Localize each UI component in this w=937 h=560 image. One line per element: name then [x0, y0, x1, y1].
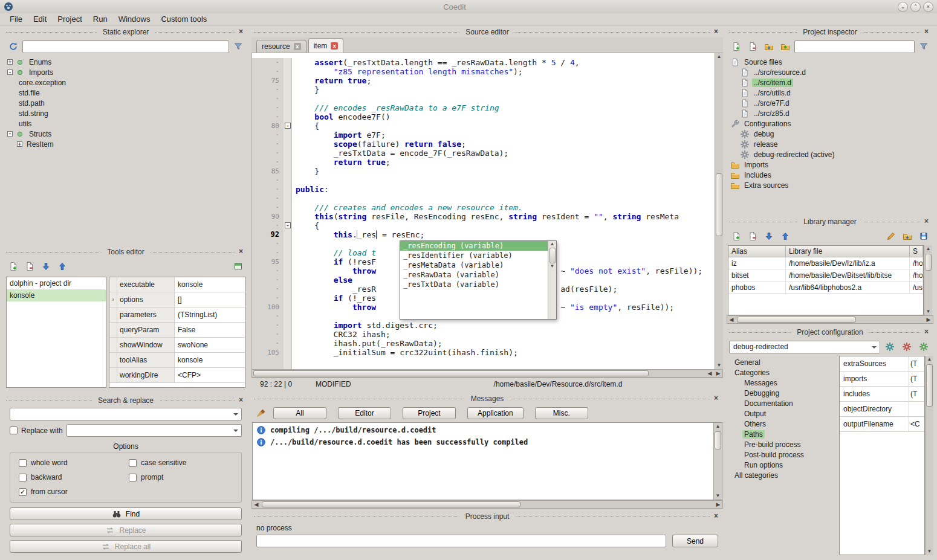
messages-vertical-scrollbar[interactable]: ▲ ▼	[713, 423, 722, 500]
tree-item-enums[interactable]: +Enums	[5, 57, 247, 67]
property-value[interactable]: swoNone	[175, 338, 245, 352]
menu-run[interactable]: Run	[88, 14, 112, 24]
editor-horizontal-scrollbar[interactable]: ◀ ▶	[251, 369, 723, 378]
scroll-right-icon[interactable]: ▶	[714, 370, 722, 376]
tab-close-icon[interactable]: x	[294, 43, 301, 50]
move-tool-down-button[interactable]	[39, 259, 53, 274]
close-icon[interactable]: ×	[922, 217, 931, 226]
code-text[interactable]: }	[292, 85, 715, 94]
close-window-button[interactable]: ×	[923, 2, 933, 12]
clear-messages-button[interactable]	[254, 406, 268, 420]
scroll-down-icon[interactable]: ▼	[717, 362, 722, 369]
fold-collapse-icon[interactable]: -	[285, 222, 291, 228]
property-row-parameters[interactable]: parameters(TStringList)	[109, 307, 245, 323]
property-row-queryparam[interactable]: queryParamFalse	[109, 323, 245, 338]
add-folder-button[interactable]	[762, 39, 776, 54]
code-text[interactable]: this._res = resEnc;	[292, 230, 715, 239]
code-text[interactable]: /// creates and encodes a new resource i…	[292, 203, 715, 212]
scroll-right-icon[interactable]: ▶	[924, 317, 933, 323]
tree-item-debug[interactable]: debug	[728, 129, 932, 139]
tree-item-imports[interactable]: -Imports	[5, 67, 247, 77]
property-value[interactable]: (T	[909, 356, 924, 371]
property-row-workingdire[interactable]: workingDire<CFP>	[109, 368, 245, 383]
scrollbar-thumb[interactable]	[262, 501, 520, 507]
fold-collapse-icon[interactable]: -	[285, 123, 291, 129]
config-property-row-extrasources[interactable]: extraSources(T	[840, 356, 924, 372]
code-text[interactable]	[292, 176, 715, 185]
scroll-up-icon[interactable]: ▲	[716, 423, 721, 430]
replace-all-button[interactable]: Replace all	[10, 540, 242, 553]
editor-vertical-scrollbar[interactable]: ▲ ▼	[715, 53, 723, 369]
tree-item-paths[interactable]: Paths	[730, 429, 839, 439]
property-value[interactable]: (TStringList)	[175, 307, 245, 322]
config-property-row-objectdirectory[interactable]: objectDirectory	[840, 402, 924, 417]
configuration-combobox[interactable]: debug-redirected	[729, 341, 880, 353]
column-header-file[interactable]: Library file	[786, 246, 910, 257]
option-backward[interactable]: backward	[19, 473, 123, 481]
project-filter-input[interactable]	[794, 40, 915, 53]
scrollbar-thumb[interactable]	[550, 248, 556, 263]
symbol-search-input[interactable]	[22, 40, 229, 53]
tree-item-post-build-process[interactable]: Post-build process	[730, 449, 839, 460]
tree-item-output[interactable]: Output	[730, 408, 839, 419]
scroll-left-icon[interactable]: ◀	[727, 317, 736, 323]
scroll-left-icon[interactable]: ◀	[705, 370, 714, 376]
tree-item-configurations[interactable]: Configurations	[728, 118, 932, 129]
code-text[interactable]: _initialSum = crc322uint(ihash.finish);	[292, 348, 715, 357]
app-icon[interactable]	[4, 2, 14, 12]
add-source-button[interactable]	[729, 39, 744, 54]
filter-project-button[interactable]: Project	[403, 407, 456, 419]
tree-item-core-exception[interactable]: core.exception	[5, 77, 247, 88]
tree-item-pre-build-process[interactable]: Pre-build process	[730, 439, 839, 449]
property-row-options[interactable]: ›options[]	[109, 292, 245, 307]
scrollbar-thumb[interactable]	[716, 173, 722, 237]
table-row[interactable]: bitset/home/basile/Dev/Bitset/lib/bitse/…	[728, 269, 923, 282]
property-value[interactable]: <C	[909, 417, 924, 431]
menu-custom-tools[interactable]: Custom tools	[156, 14, 212, 24]
tree-item-categories[interactable]: Categories	[730, 367, 839, 378]
replace-with-checkbox[interactable]	[10, 426, 18, 434]
property-row-showwindow[interactable]: showWindowswoNone	[109, 338, 245, 353]
config-property-row-includes[interactable]: includes(T	[840, 387, 924, 402]
checkbox-case-sensitive[interactable]	[129, 459, 137, 467]
code-text[interactable]: scope(failure) return false;	[292, 140, 715, 149]
tool-list-item-konsole[interactable]: konsole	[7, 289, 106, 301]
tree-item-src-e7f-d[interactable]: ../src/e7F.d	[728, 98, 932, 108]
code-text[interactable]: /// encodes _resRawData to a e7F string	[292, 103, 715, 112]
property-row-executable[interactable]: executablekonsole	[109, 277, 245, 292]
process-input-field[interactable]	[256, 535, 666, 547]
tree-item-documentation[interactable]: Documentation	[730, 398, 839, 408]
menu-project[interactable]: Project	[53, 14, 86, 24]
tree-item-std-string[interactable]: std.string	[5, 108, 247, 118]
column-header-alias[interactable]: Alias	[728, 246, 786, 257]
property-row-toolalias[interactable]: toolAliaskonsole	[109, 353, 245, 368]
sync-configuration-button[interactable]	[883, 340, 897, 354]
close-icon[interactable]: ×	[922, 327, 931, 336]
checkbox-from-cursor[interactable]: ✓	[19, 488, 27, 496]
tree-item-utils[interactable]: utils	[5, 118, 247, 129]
code-text[interactable]: import std.digest.crc;	[292, 321, 715, 330]
expander-icon[interactable]: -	[7, 69, 13, 75]
filter-application-button[interactable]: Application	[467, 407, 524, 419]
remove-source-button[interactable]	[745, 39, 760, 54]
save-project-button[interactable]	[778, 39, 793, 54]
code-text[interactable]: return true;	[292, 158, 715, 167]
scroll-up-icon[interactable]: ▲	[717, 53, 722, 60]
filter-editor-button[interactable]: Editor	[338, 407, 391, 419]
scroll-down-icon[interactable]: ▼	[716, 492, 721, 500]
remove-library-button[interactable]	[745, 229, 760, 243]
property-value[interactable]: []	[175, 292, 245, 307]
tree-item-src-item-d[interactable]: ../src/item.d	[728, 77, 932, 88]
tree-item-messages[interactable]: Messages	[730, 378, 839, 388]
option-from-cursor[interactable]: ✓from cursor	[19, 488, 123, 496]
tree-item-resitem[interactable]: +ResItem	[5, 139, 247, 149]
code-text[interactable]: _resTxtData = encode_7F(_resRawData);	[292, 149, 715, 158]
property-value[interactable]: <CFP>	[175, 368, 245, 382]
replace-combobox[interactable]	[66, 424, 242, 437]
expander-icon[interactable]: +	[7, 59, 13, 65]
tree-item-structs[interactable]: -Structs	[5, 129, 247, 139]
option-whole-word[interactable]: whole word	[19, 459, 123, 467]
tree-item-source-files[interactable]: Source files	[728, 57, 932, 67]
scroll-left-icon[interactable]: ◀	[252, 501, 261, 507]
code-text[interactable]: {	[292, 221, 715, 230]
